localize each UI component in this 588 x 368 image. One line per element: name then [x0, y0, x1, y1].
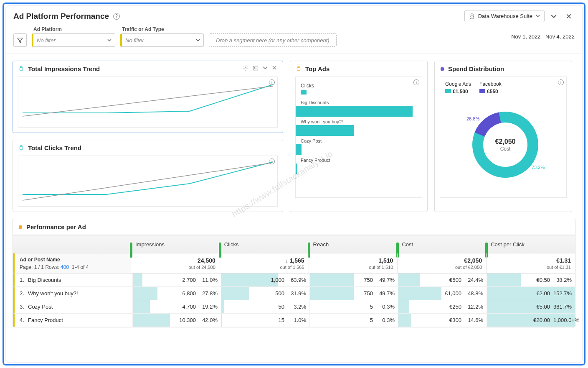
- bar: [296, 106, 413, 117]
- donut-pct-fb: 26.8%: [466, 116, 479, 121]
- gear-icon[interactable]: [243, 65, 248, 72]
- svg-rect-5: [20, 147, 23, 149]
- legend-facebook-name: Facebook: [479, 81, 502, 87]
- panel-title: Total Clicks Trend: [28, 144, 81, 151]
- info-icon[interactable]: i: [269, 79, 275, 85]
- svg-rect-1: [20, 68, 23, 70]
- table-totals-row: Ad or Post Name Page: 1 / 1 Rows: 400 1-…: [13, 253, 575, 273]
- bar-label: Cozy Post: [296, 138, 422, 143]
- donut-center-label: Cost: [500, 146, 511, 152]
- bar-label: Big Discounts: [296, 100, 422, 105]
- panel-title: Performance per Ad: [26, 223, 86, 230]
- chevron-down-icon: [107, 37, 112, 43]
- performance-table: Impressions Clicks Reach Cost Cost per C…: [13, 235, 575, 327]
- table-header-row: Impressions Clicks Reach Cost Cost per C…: [13, 235, 575, 253]
- bar-label: Why won't you buy?!: [296, 119, 422, 124]
- info-icon[interactable]: i: [413, 79, 419, 85]
- panel-top-ads[interactable]: Top Ads i Clicks Big DiscountsWhy won't …: [290, 61, 428, 212]
- filter-icon[interactable]: [13, 33, 27, 47]
- filter-bar: Ad Platform No filter Traffic or Ad Type…: [6, 22, 582, 54]
- top-ads-chart: i Clicks Big DiscountsWhy won't you buy?…: [295, 77, 422, 198]
- info-icon[interactable]: i: [558, 79, 564, 85]
- table-row[interactable]: 1. Big Discounts2,70011.0%1,00063.9%7504…: [13, 273, 575, 287]
- svg-point-0: [470, 13, 474, 15]
- legend-swatch-purple: [479, 89, 485, 93]
- svg-rect-3: [253, 66, 258, 70]
- panel-title: Total Impressions Trend: [28, 65, 100, 72]
- segment-dropzone[interactable]: Drop a segment here (or any other compon…: [209, 33, 337, 47]
- panel-performance-per-ad[interactable]: Performance per Ad Impressions Clicks Re…: [13, 219, 575, 327]
- bar: [296, 164, 297, 174]
- spend-donut-chart: i Google Ads €1,500 Facebook €550: [440, 77, 567, 198]
- col-cost[interactable]: Cost: [397, 241, 486, 248]
- page-title: Ad Platform Performance: [13, 12, 109, 21]
- table-row[interactable]: 3. Cozy Post4,70019.2%503.2%50.3%€25012.…: [13, 300, 575, 314]
- filter-label-traffic: Traffic or Ad Type: [120, 26, 204, 32]
- col-impressions[interactable]: Impressions: [131, 241, 220, 248]
- row-dimension-label: Ad or Post Name: [20, 257, 131, 263]
- legend-label: Clicks: [301, 83, 314, 89]
- lock-icon: [19, 145, 24, 151]
- panel-title: Spend Distribution: [448, 65, 504, 72]
- legend-swatch: [301, 90, 307, 95]
- date-range[interactable]: Nov 1, 2022 - Nov 4, 2022: [511, 33, 575, 40]
- donut-center-value: €2,050: [495, 138, 516, 145]
- chevron-down-icon: [196, 37, 200, 43]
- image-icon[interactable]: [253, 65, 259, 72]
- filter-traffic[interactable]: No filter: [120, 33, 204, 47]
- table-row[interactable]: 2. Why won't you buy?!6,80027.8%50031.9%…: [13, 287, 575, 300]
- legend-swatch-teal: [445, 89, 451, 93]
- close-icon[interactable]: [272, 65, 277, 72]
- close-icon[interactable]: [563, 10, 575, 22]
- panel-title: Top Ads: [305, 65, 329, 72]
- filter-label-ad-platform: Ad Platform: [32, 26, 115, 32]
- svg-point-2: [245, 67, 246, 69]
- panel-dot: [19, 225, 22, 229]
- impressions-trend-chart: i: [18, 77, 278, 128]
- help-icon[interactable]: ?: [113, 13, 120, 20]
- panel-dot: [441, 67, 444, 71]
- filter-ad-platform[interactable]: No filter: [32, 33, 115, 47]
- lock-icon: [19, 66, 24, 72]
- panel-spend-distribution[interactable]: Spend Distribution i Google Ads €1,500 F…: [434, 61, 572, 212]
- legend-google-name: Google Ads: [445, 81, 471, 87]
- header-bar: Ad Platform Performance ? Data Warehouse…: [6, 6, 582, 22]
- rows-per-page[interactable]: 400: [61, 264, 69, 270]
- collapse-icon[interactable]: [548, 10, 560, 22]
- svg-point-4: [254, 67, 255, 68]
- chevron-down-icon: [536, 13, 540, 19]
- bar-label: Fancy Product: [296, 158, 422, 163]
- panel-clicks-trend[interactable]: Total Clicks Trend i: [13, 140, 283, 212]
- col-cpc[interactable]: Cost per Click: [486, 241, 575, 248]
- col-clicks[interactable]: Clicks: [220, 241, 309, 248]
- info-icon[interactable]: i: [269, 158, 275, 164]
- svg-rect-6: [297, 68, 300, 70]
- bar: [296, 144, 302, 155]
- chevron-down-icon[interactable]: [263, 65, 268, 72]
- report-suite-selector[interactable]: Data Warehouse Suite: [464, 10, 545, 22]
- panel-impressions-trend[interactable]: Total Impressions Trend i: [13, 61, 283, 133]
- table-row[interactable]: 4. Fancy Product10,30042.0%151.0%50.3%€3…: [13, 314, 575, 327]
- col-reach[interactable]: Reach: [309, 241, 398, 248]
- lock-icon: [296, 66, 301, 72]
- clicks-trend-chart: i: [18, 156, 278, 207]
- donut-pct-ga: 73.2%: [532, 165, 545, 170]
- bar: [296, 125, 354, 136]
- report-suite-label: Data Warehouse Suite: [478, 13, 532, 19]
- database-icon: [469, 13, 475, 19]
- spend-legend: Google Ads €1,500 Facebook €550: [445, 81, 561, 95]
